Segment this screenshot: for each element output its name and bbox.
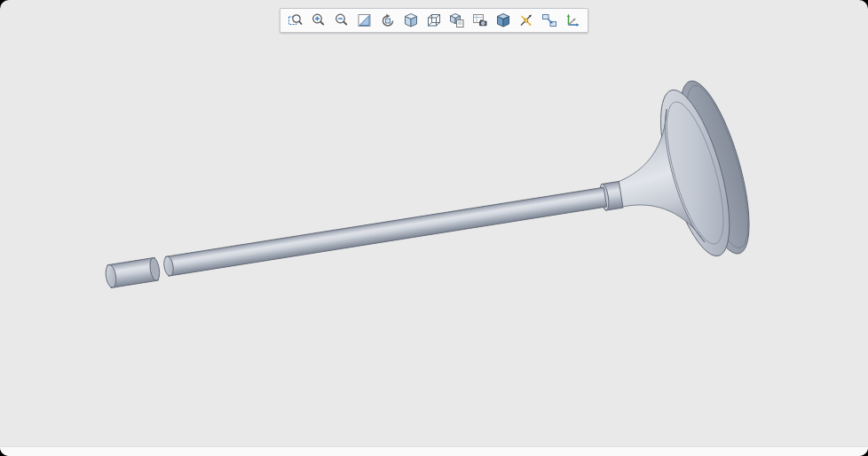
axes-button[interactable] (516, 11, 537, 30)
wireframe-cube-icon (426, 12, 442, 28)
fit-view-icon (357, 12, 373, 28)
rotate-view-button[interactable] (377, 11, 398, 30)
rendered-view-button[interactable] (493, 11, 514, 30)
valve-head (594, 75, 763, 281)
triad-button[interactable] (562, 11, 583, 30)
cube-sheet-icon (449, 12, 465, 28)
zoom-out-button[interactable] (331, 11, 352, 30)
zoom-in-icon (311, 12, 327, 28)
wireframe-view-button[interactable] (423, 11, 445, 30)
zoom-area-button[interactable] (285, 11, 306, 30)
valve-3d-model[interactable] (0, 0, 868, 456)
application-window (0, 0, 868, 456)
shaded-cube-icon (403, 12, 419, 28)
view-copy-button[interactable] (446, 11, 468, 30)
valve-stem (162, 187, 606, 276)
rotate-view-icon (380, 12, 396, 28)
zoom-out-icon (334, 12, 350, 28)
shaded-view-button[interactable] (400, 11, 422, 30)
view-link-icon (541, 12, 557, 28)
valve-tip-piece (105, 257, 162, 288)
snapshot-icon (472, 12, 488, 28)
graphics-viewport[interactable] (0, 0, 868, 456)
rendered-cube-icon (495, 12, 511, 28)
zoom-in-button[interactable] (308, 11, 329, 30)
status-strip (0, 446, 868, 456)
view-toolbar (280, 8, 588, 33)
fit-view-button[interactable] (354, 11, 375, 30)
triad-icon (564, 12, 580, 28)
snapshot-button[interactable] (470, 11, 491, 30)
axes-icon (518, 12, 534, 28)
view-link-button[interactable] (539, 11, 560, 30)
zoom-area-icon (288, 12, 304, 28)
